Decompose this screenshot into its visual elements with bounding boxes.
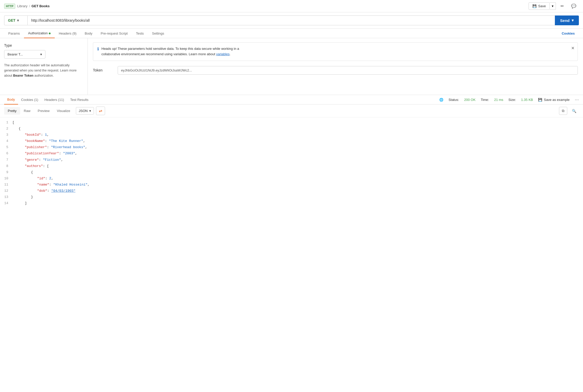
line-content: ] [12, 201, 583, 206]
chat-button[interactable]: 💬 [569, 2, 579, 10]
search-button[interactable]: 🔍 [569, 107, 579, 115]
status-value: 200 OK [464, 98, 476, 102]
http-badge: HTTP [4, 4, 15, 9]
auth-section: Type Bearer T... ▾ The authorization hea… [0, 38, 583, 95]
format-tab-raw[interactable]: Raw [20, 107, 34, 115]
method-select[interactable]: GET ▾ [4, 15, 27, 25]
size-label: Size: [508, 98, 516, 102]
tab-body[interactable]: Body [81, 29, 97, 38]
save-example-button[interactable]: 💾 Save as example [538, 98, 570, 102]
resp-tab-cookies[interactable]: Cookies (1) [18, 95, 41, 104]
token-input[interactable] [118, 66, 578, 75]
copy-button[interactable]: ⧉ [559, 107, 567, 115]
variables-link[interactable]: variables [216, 52, 229, 56]
auth-right-panel: ℹ Heads up! These parameters hold sensit… [88, 38, 583, 95]
auth-description: The authorization header will be automat… [4, 63, 83, 78]
line-number: 14 [0, 201, 12, 206]
response-tabs: Body Cookies (1) Headers (11) Test Resul… [0, 95, 583, 105]
json-line-3: 3 "bookId": 1, [0, 132, 583, 138]
auth-left-panel: Type Bearer T... ▾ The authorization hea… [0, 38, 88, 95]
tab-pre-request[interactable]: Pre-request Script [97, 29, 132, 38]
info-banner: ℹ Heads up! These parameters hold sensit… [93, 42, 578, 61]
line-content: } [12, 194, 583, 200]
send-button[interactable]: Send ▾ [555, 15, 579, 25]
request-tabs: Params Authorization Headers (9) Body Pr… [0, 29, 583, 38]
header: HTTP Library / GET Books 💾 Save ▾ ✏ 💬 [0, 0, 583, 12]
send-label: Send [560, 18, 570, 23]
bearer-token-link[interactable]: Bearer Token [13, 74, 34, 77]
format-tab-preview[interactable]: Preview [34, 107, 53, 115]
json-line-5: 5 "publisher": "Riverhead books", [0, 144, 583, 150]
tab-authorization[interactable]: Authorization [24, 29, 55, 38]
json-line-7: 7 "genre": "Fiction", [0, 157, 583, 163]
json-line-13: 13 } [0, 194, 583, 200]
response-status: 🌐 Status: 200 OK Time: 21 ms Size: 1.35 … [439, 97, 579, 102]
line-number: 3 [0, 132, 12, 138]
line-content: [ [12, 120, 583, 125]
save-dropdown-button[interactable]: ▾ [550, 2, 556, 10]
dob-link[interactable]: "04/03/1965" [51, 189, 76, 193]
tab-params[interactable]: Params [4, 29, 24, 38]
json-line-9: 9 { [0, 169, 583, 175]
url-bar: GET ▾ Send ▾ [0, 12, 583, 29]
json-line-4: 4 "bookName": "The Kite Runner", [0, 138, 583, 144]
line-number: 13 [0, 194, 12, 200]
method-arrow-icon: ▾ [17, 18, 19, 22]
format-tab-pretty[interactable]: Pretty [4, 107, 20, 115]
json-format-select[interactable]: JSON ▾ [76, 107, 94, 115]
resp-toolbar-right: ⧉ 🔍 [559, 107, 579, 115]
line-content: "id": 2, [12, 176, 583, 181]
tab-tests[interactable]: Tests [132, 29, 148, 38]
type-label: Type [4, 43, 83, 47]
line-content: { [12, 126, 583, 132]
info-icon: ℹ [97, 46, 99, 51]
json-line-10: 10 "id": 2, [0, 175, 583, 182]
type-select[interactable]: Bearer T... ▾ [4, 50, 45, 59]
line-number: 6 [0, 151, 12, 156]
json-viewer: 1 [ 2 { 3 "bookId": 1, 4 "bookName": "Th… [0, 117, 583, 392]
response-toolbar: Pretty Raw Preview Visualize JSON ▾ ⇌ ⧉ … [0, 105, 583, 117]
json-line-8: 8 "authors": [ [0, 163, 583, 169]
tab-cookies[interactable]: Cookies [557, 29, 579, 38]
breadcrumb-parent[interactable]: Library [17, 4, 28, 8]
line-number: 4 [0, 138, 12, 144]
wrap-button[interactable]: ⇌ [96, 107, 105, 115]
line-content: { [12, 170, 583, 175]
line-number: 1 [0, 120, 12, 125]
tab-settings[interactable]: Settings [148, 29, 168, 38]
tab-headers[interactable]: Headers (9) [55, 29, 81, 38]
save-button[interactable]: 💾 Save [529, 2, 550, 10]
resp-tab-body[interactable]: Body [4, 95, 18, 105]
save-disk-icon: 💾 [532, 4, 537, 8]
wrap-icon: ⇌ [99, 109, 102, 113]
more-options-button[interactable]: ⋯ [575, 97, 579, 102]
save-button-wrapper: 💾 Save ▾ [529, 2, 556, 10]
breadcrumb: Library / GET Books [17, 4, 50, 8]
line-number: 5 [0, 145, 12, 150]
json-line-12: 12 "dob": "04/03/1965" [0, 188, 583, 194]
status-globe-icon: 🌐 [439, 98, 443, 102]
line-number: 9 [0, 170, 12, 175]
method-label: GET [8, 18, 15, 22]
token-row: Token [93, 66, 578, 75]
json-format-label: JSON [79, 109, 88, 113]
info-text: Heads up! These parameters hold sensitiv… [101, 46, 239, 57]
line-number: 8 [0, 163, 12, 169]
url-input[interactable] [27, 15, 555, 25]
json-line-11: 11 "name": "Khaled Hosseini", [0, 182, 583, 188]
header-right: 💾 Save ▾ ✏ 💬 [529, 2, 579, 10]
resp-tab-headers[interactable]: Headers (11) [41, 95, 67, 104]
time-value: 21 ms [494, 98, 503, 102]
breadcrumb-separator: / [29, 4, 30, 8]
send-arrow-icon: ▾ [572, 18, 574, 23]
resp-tab-test-results[interactable]: Test Results [67, 95, 92, 104]
info-close-button[interactable]: ✕ [571, 46, 574, 51]
edit-button[interactable]: ✏ [558, 2, 566, 10]
format-tab-visualize[interactable]: Visualize [53, 107, 74, 115]
line-content: "name": "Khaled Hosseini", [12, 182, 583, 188]
line-content: "genre": "Fiction", [12, 157, 583, 163]
line-number: 7 [0, 157, 12, 163]
type-dropdown-icon: ▾ [40, 52, 42, 56]
json-line-1: 1 [ [0, 119, 583, 126]
json-line-14: 14 ] [0, 200, 583, 206]
